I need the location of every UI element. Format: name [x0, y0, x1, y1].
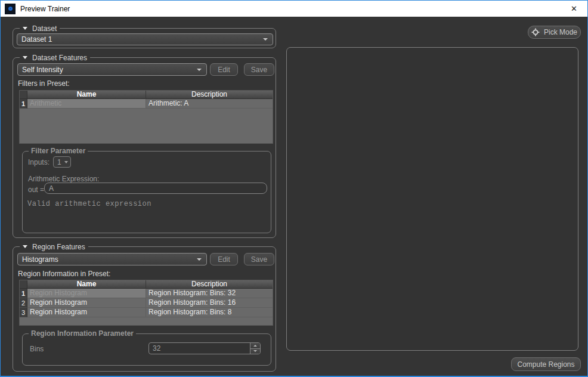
dataset-group-title: Dataset [20, 24, 60, 33]
expression-input[interactable] [44, 183, 267, 194]
dataset-features-preset-value: Self Intensity [22, 66, 63, 74]
cell-name[interactable]: Arithmetic [27, 99, 146, 109]
column-header-description[interactable]: Description [146, 91, 273, 99]
collapse-arrow-icon[interactable] [23, 56, 27, 59]
cell-name[interactable]: Region Histogram [27, 289, 146, 298]
table-row[interactable]: 2 Region Histogram Region Histogram: Bin… [20, 298, 273, 308]
bins-input[interactable] [149, 343, 250, 354]
column-header-name[interactable]: Name [27, 91, 146, 99]
window-title: Preview Trainer [20, 5, 70, 13]
titlebar: Preview Trainer ✕ [1, 1, 587, 17]
cell-description[interactable]: Region Histogram: Bins: 8 [146, 308, 273, 317]
dataset-select[interactable]: Dataset 1 [17, 33, 273, 45]
filter-parameter-group-title: Filter Parameter [29, 147, 88, 156]
spin-up-icon[interactable] [250, 343, 260, 349]
out-equals-label: out = [28, 186, 44, 194]
cell-description[interactable]: Region Histogram: Bins: 32 [146, 289, 273, 298]
app-window: Preview Trainer ✕ Dataset Dataset 1 Data… [0, 0, 588, 377]
pick-mode-button[interactable]: Pick Mode [528, 26, 581, 39]
inputs-count-select[interactable]: 1 [53, 156, 71, 168]
column-header-description[interactable]: Description [146, 280, 273, 289]
dropdown-arrow-icon [197, 258, 202, 261]
edit-filters-button[interactable]: Edit [210, 63, 238, 76]
filters-in-preset-label: Filters in Preset: [18, 79, 70, 88]
preview-panel [286, 47, 578, 351]
app-logo-ring-icon [8, 7, 13, 11]
filters-table: Name Description 1 Arithmetic Arithmetic… [19, 90, 273, 144]
row-number: 1 [20, 289, 27, 298]
dropdown-arrow-icon [64, 161, 68, 163]
cell-description[interactable]: Region Histogram: Bins: 16 [146, 298, 273, 308]
dataset-select-value: Dataset 1 [21, 35, 52, 44]
inputs-label: Inputs: [28, 158, 49, 166]
row-number: 3 [20, 308, 27, 317]
table-corner [20, 280, 27, 289]
region-information-parameter-group: Region Information Parameter Bins [22, 333, 271, 366]
dropdown-arrow-icon [197, 69, 202, 71]
collapse-arrow-icon[interactable] [23, 245, 27, 248]
main-content: Dataset Dataset 1 Dataset Features Self … [1, 17, 587, 376]
dataset-group-label: Dataset [32, 24, 57, 33]
dataset-group: Dataset Dataset 1 [13, 28, 276, 48]
bins-label: Bins [30, 345, 44, 353]
dataset-features-group-title: Dataset Features [20, 53, 90, 62]
save-regions-button[interactable]: Save [244, 253, 274, 265]
app-icon [5, 4, 16, 14]
spin-down-icon[interactable] [250, 349, 260, 354]
pick-mode-label: Pick Mode [544, 28, 577, 36]
spin-buttons [250, 343, 260, 354]
table-header-row: Name Description [20, 91, 273, 99]
arithmetic-expression-label: Arithmetic Expression: [28, 175, 99, 183]
dataset-features-group: Dataset Features Self Intensity Edit Sav… [13, 57, 276, 238]
filter-parameter-group: Filter Parameter Inputs: 1 Arithmetic Ex… [22, 151, 271, 233]
region-features-preset-value: Histograms [22, 255, 58, 264]
expression-validation-message: Valid arithmetic expression [27, 200, 151, 208]
region-information-in-preset-label: Region Information in Preset: [18, 270, 110, 278]
cell-description[interactable]: Arithmetic: A [146, 99, 273, 109]
crosshair-icon [531, 28, 540, 36]
cell-name[interactable]: Region Histogram [27, 298, 146, 308]
compute-regions-button[interactable]: Compute Regions [511, 357, 581, 371]
region-features-group-label: Region Features [32, 243, 85, 251]
column-header-name[interactable]: Name [27, 280, 146, 289]
edit-regions-button[interactable]: Edit [210, 253, 238, 265]
compute-regions-label: Compute Regions [517, 360, 574, 369]
save-filters-button[interactable]: Save [244, 63, 274, 76]
region-features-group: Region Features Histograms Edit Save Reg… [13, 246, 276, 372]
dataset-features-preset-select[interactable]: Self Intensity [17, 63, 207, 76]
region-features-group-title: Region Features [20, 242, 88, 251]
row-number: 1 [20, 99, 27, 109]
region-information-parameter-title: Region Information Parameter [29, 329, 136, 338]
collapse-arrow-icon[interactable] [23, 27, 27, 30]
table-row[interactable]: 3 Region Histogram Region Histogram: Bin… [20, 308, 273, 317]
close-icon[interactable]: ✕ [561, 1, 587, 17]
region-information-table: Name Description 1 Region Histogram Regi… [19, 280, 273, 326]
table-header-row: Name Description [20, 280, 273, 289]
table-corner [20, 91, 27, 99]
cell-name[interactable]: Region Histogram [27, 308, 146, 317]
table-row[interactable]: 1 Region Histogram Region Histogram: Bin… [20, 289, 273, 298]
table-row[interactable]: 1 Arithmetic Arithmetic: A [20, 99, 273, 109]
dataset-features-group-label: Dataset Features [32, 54, 87, 62]
region-features-preset-select[interactable]: Histograms [17, 253, 207, 265]
bins-spinbox[interactable] [148, 342, 261, 354]
dropdown-arrow-icon [263, 38, 268, 41]
row-number: 2 [20, 298, 27, 308]
inputs-count-value: 1 [57, 158, 61, 166]
